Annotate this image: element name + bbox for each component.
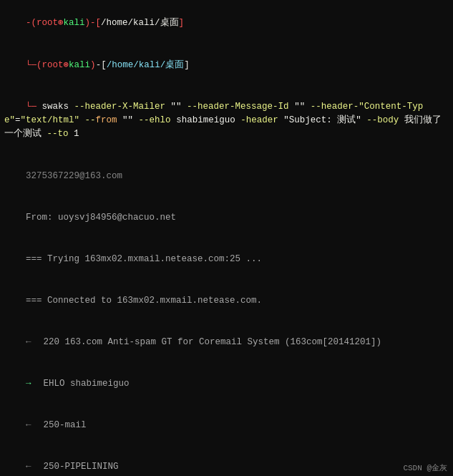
command-line-cont: 3275367229@163.com: [4, 155, 449, 197]
line-220: ← 220 163.com Anti-spam GT for Coremail …: [4, 322, 449, 364]
line-trying: === Trying 163mx02.mxmail.netease.com:25…: [4, 238, 449, 280]
terminal-line-1: -(root⊛kali)-[/home/kali/桌面]: [4, 3, 449, 44]
line-250-pipelining: ← 250-PIPELINING: [4, 447, 449, 476]
line-connected: === Connected to 163mx02.mxmail.netease.…: [4, 281, 449, 322]
line-250-mail: ← 250-mail: [4, 405, 449, 447]
terminal-line-cmd: └─(root⊛kali)-[/home/kali/桌面]: [4, 44, 449, 86]
line-ehlo: → EHLO shabimeiguo: [4, 364, 449, 405]
command-line: └─ swaks --header-X-Mailer "" --header-M…: [4, 86, 449, 155]
from-line: From: uoysvj84956@chacuo.net: [4, 197, 449, 238]
terminal-window: -(root⊛kali)-[/home/kali/桌面] └─(root⊛kal…: [0, 0, 453, 476]
watermark: CSDN @金灰: [403, 462, 447, 473]
root-label: -(root: [26, 18, 58, 28]
